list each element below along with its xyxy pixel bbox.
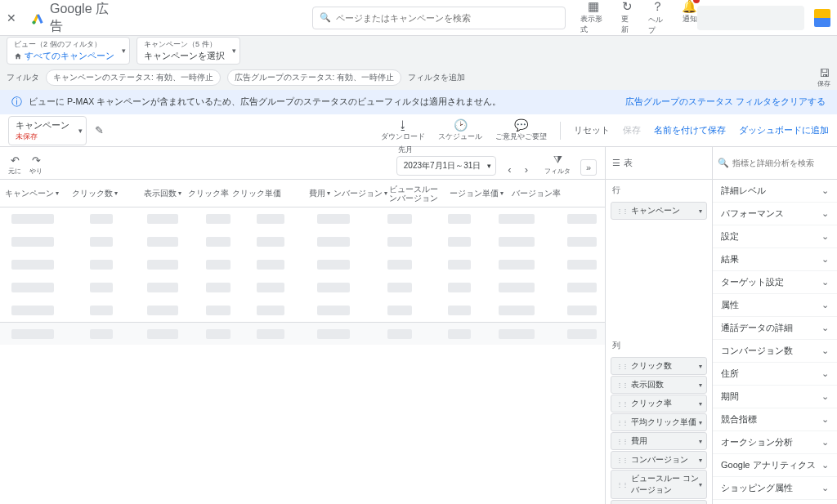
save-icon: 🖫 bbox=[819, 67, 830, 79]
view-dropdown[interactable]: ビュー（2 個のフィルタ） すべてのキャンペーン ▾ bbox=[7, 37, 130, 65]
chevron-down-icon: ▾ bbox=[699, 481, 702, 488]
grip-icon: ⋮⋮ bbox=[616, 438, 628, 445]
col-conv-rate[interactable]: バージョン率 bbox=[504, 188, 561, 199]
col-cost[interactable]: 費用▾ bbox=[281, 188, 330, 199]
col-campaign[interactable]: キャンペーン▾ bbox=[5, 188, 69, 199]
avatar[interactable] bbox=[814, 9, 830, 27]
column-pill[interactable]: ⋮⋮費用▾ bbox=[611, 432, 707, 450]
category-item[interactable]: 詳細レベル⌄ bbox=[713, 180, 837, 203]
config-panel: ☰表 行 ⋮⋮キャンペーン▾ 列 ⋮⋮クリック数▾⋮⋮表示回数▾⋮⋮クリック率▾… bbox=[606, 147, 713, 504]
grip-icon: ⋮⋮ bbox=[616, 457, 628, 464]
main-area: ↶元に ↷やり 先月 2023年7月1日～31日▾ ‹ › ⧩フィルタ » キャ… bbox=[0, 147, 837, 504]
search-box[interactable]: 🔍 bbox=[312, 7, 566, 29]
account-selector[interactable] bbox=[697, 6, 803, 30]
table-body bbox=[0, 207, 605, 504]
col-conv-cost[interactable]: ージョン単価▾ bbox=[440, 188, 504, 199]
save-as-button[interactable]: 名前を付けて保存 bbox=[654, 124, 726, 136]
category-item[interactable]: 期間⌄ bbox=[713, 386, 837, 408]
metrics-search-input[interactable] bbox=[732, 158, 836, 167]
save-view-button[interactable]: 🖫 保存 bbox=[817, 67, 830, 88]
feedback-button[interactable]: 💬ご意見やご要望 bbox=[495, 118, 547, 142]
campaign-dropdown[interactable]: キャンペーン（5 件） キャンペーンを選択 ▾ bbox=[137, 37, 240, 65]
col-impressions[interactable]: 表示回数▾ bbox=[118, 188, 181, 199]
category-item[interactable]: ショッピング属性⌄ bbox=[713, 477, 837, 500]
chevron-down-icon: ▾ bbox=[699, 207, 702, 215]
edit-icon[interactable]: ✎ bbox=[95, 124, 104, 136]
category-item[interactable]: 品質スコア⌄ bbox=[713, 500, 837, 504]
category-item[interactable]: 通話データの詳細⌄ bbox=[713, 317, 837, 340]
category-item[interactable]: 設定⌄ bbox=[713, 225, 837, 248]
redo-icon: ↷ bbox=[32, 154, 41, 167]
display-format-button[interactable]: ▦表示形式 bbox=[580, 0, 606, 36]
search-icon: 🔍 bbox=[320, 12, 331, 23]
search-input[interactable] bbox=[336, 13, 558, 23]
reset-button[interactable]: リセット bbox=[574, 124, 610, 136]
column-pill[interactable]: ⋮⋮ビュースルー コンバージョン▾ bbox=[611, 470, 707, 499]
table-row[interactable] bbox=[0, 207, 605, 230]
download-button[interactable]: ⭳ダウンロード bbox=[381, 118, 425, 142]
category-item[interactable]: オークション分析⌄ bbox=[713, 431, 837, 454]
column-pill[interactable]: ⋮⋮コンバージョン単価▾ bbox=[611, 500, 707, 504]
table-row[interactable] bbox=[0, 276, 605, 299]
add-filter-link[interactable]: フィルタを追加 bbox=[408, 72, 465, 83]
column-pill[interactable]: ⋮⋮コンバージョン▾ bbox=[611, 451, 707, 469]
column-pill[interactable]: ⋮⋮クリック率▾ bbox=[611, 395, 707, 413]
add-dashboard-button[interactable]: ダッシュボードに追加 bbox=[739, 124, 829, 136]
table-row[interactable] bbox=[0, 230, 605, 253]
chevron-down-icon: ▾ bbox=[699, 457, 702, 464]
divider bbox=[560, 122, 561, 140]
category-item[interactable]: Google アナリティクス⌄ bbox=[713, 454, 837, 477]
view-selector-bar: ビュー（2 個のフィルタ） すべてのキャンペーン ▾ キャンペーン（5 件） キ… bbox=[0, 36, 837, 65]
report-type-dropdown[interactable]: キャンペーン 未保存 ▾ bbox=[8, 116, 87, 145]
redo-button[interactable]: ↷やり bbox=[29, 154, 43, 176]
filter-chip-adgroup-status[interactable]: 広告グループのステータス: 有効、一時停止 bbox=[227, 69, 402, 86]
metrics-search: 🔍 ⋮ bbox=[713, 147, 837, 180]
row-pill-campaign[interactable]: ⋮⋮キャンペーン▾ bbox=[611, 202, 707, 220]
column-pill[interactable]: ⋮⋮表示回数▾ bbox=[611, 376, 707, 394]
col-conversions[interactable]: ンバージョン▾ bbox=[330, 188, 387, 199]
undo-button[interactable]: ↶元に bbox=[8, 154, 21, 176]
notifications-button[interactable]: 🔔通知 bbox=[682, 0, 697, 36]
col-cpc[interactable]: クリック単価 bbox=[229, 188, 281, 199]
column-pill[interactable]: ⋮⋮クリック数▾ bbox=[611, 357, 707, 375]
rows-section-label: 行 bbox=[606, 180, 712, 201]
header-icon-group: ▦表示形式 ↻更新 ？ヘルプ 🔔通知 bbox=[580, 0, 697, 36]
schedule-button[interactable]: 🕑スケジュール bbox=[438, 118, 482, 142]
chevron-down-icon: ▾ bbox=[699, 400, 702, 408]
grip-icon: ⋮⋮ bbox=[616, 481, 628, 488]
table-row[interactable] bbox=[0, 253, 605, 276]
col-ctr[interactable]: クリック率 bbox=[181, 188, 229, 199]
date-range-picker[interactable]: 2023年7月1日～31日▾ bbox=[396, 156, 497, 176]
table-filter-button[interactable]: ⧩フィルタ bbox=[544, 154, 571, 176]
category-item[interactable]: コンバージョン数⌄ bbox=[713, 340, 837, 363]
col-viewthrough[interactable]: ビュースルー ンバージョン bbox=[387, 185, 440, 203]
col-clicks[interactable]: クリック数▾ bbox=[69, 188, 118, 199]
next-period-button[interactable]: › bbox=[525, 163, 528, 176]
expand-panel-button[interactable]: » bbox=[580, 159, 597, 176]
refresh-button[interactable]: ↻更新 bbox=[621, 0, 634, 36]
category-item[interactable]: 住所⌄ bbox=[713, 363, 837, 386]
undo-icon: ↶ bbox=[11, 154, 20, 167]
category-item[interactable]: パフォーマンス⌄ bbox=[713, 203, 837, 225]
product-logo[interactable]: Google 広告 bbox=[31, 1, 116, 35]
chevron-down-icon: ⌄ bbox=[821, 414, 829, 425]
filter-chip-campaign-status[interactable]: キャンペーンのステータス: 有効、一時停止 bbox=[46, 69, 221, 86]
category-item[interactable]: ターゲット設定⌄ bbox=[713, 271, 837, 294]
column-pill[interactable]: ⋮⋮平均クリック単価▾ bbox=[611, 413, 707, 431]
chevron-down-icon: ▾ bbox=[699, 438, 702, 445]
info-banner: ⓘ ビューに P-MAX キャンペーンが含まれているため、広告グループのステータ… bbox=[0, 90, 837, 114]
category-item[interactable]: 結果⌄ bbox=[713, 248, 837, 271]
banner-clear-link[interactable]: 広告グループのステータス フィルタをクリアする bbox=[625, 96, 826, 108]
grip-icon: ⋮⋮ bbox=[616, 207, 628, 215]
report-toolbar: キャンペーン 未保存 ▾ ✎ ⭳ダウンロード 🕑スケジュール 💬ご意見やご要望 … bbox=[0, 114, 837, 147]
chevron-down-icon: ⌄ bbox=[821, 277, 829, 288]
chevron-down-icon: ⌄ bbox=[821, 300, 829, 310]
view-type-selector[interactable]: ☰表 bbox=[606, 147, 712, 180]
prev-period-button[interactable]: ‹ bbox=[508, 163, 511, 176]
help-button[interactable]: ？ヘルプ bbox=[648, 0, 667, 36]
category-item[interactable]: 競合指標⌄ bbox=[713, 408, 837, 431]
close-icon[interactable]: ✕ bbox=[7, 11, 25, 25]
table-row[interactable] bbox=[0, 299, 605, 322]
category-item[interactable]: 属性⌄ bbox=[713, 294, 837, 317]
metrics-panel: 🔍 ⋮ 詳細レベル⌄パフォーマンス⌄設定⌄結果⌄ターゲット設定⌄属性⌄通話データ… bbox=[713, 147, 837, 504]
